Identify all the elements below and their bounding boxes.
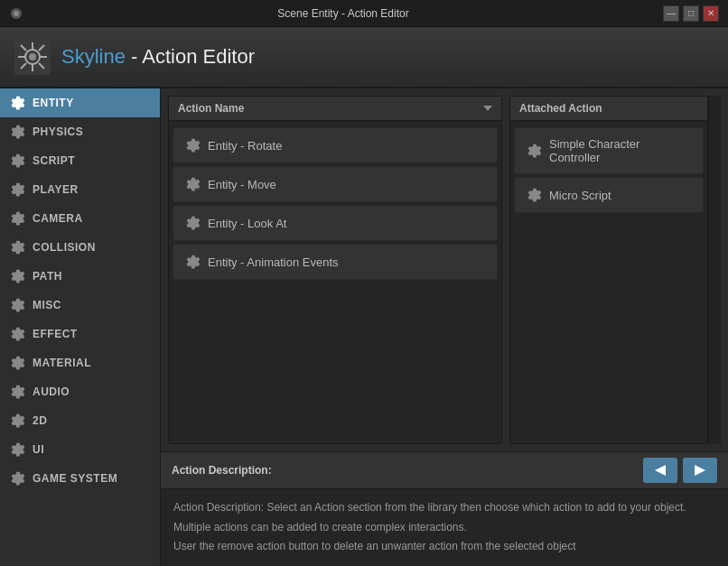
sidebar: ENTITY PHYSICS SCRIPT PLAYER CAMERA COLL… xyxy=(0,88,161,566)
action-panels: Action Name Entity - Rotate Entity - Mov… xyxy=(161,88,728,451)
action-name-panel-header: Action Name xyxy=(169,97,501,121)
header-subtitle: - Action Editor xyxy=(126,45,255,68)
sidebar-item-label: ENTITY xyxy=(33,97,74,109)
sidebar-item-label: MISC xyxy=(33,299,61,311)
desc-line: Multiple actions can be added to create … xyxy=(173,518,715,538)
action-desc-label: Action Description: xyxy=(172,464,272,477)
sidebar-item-ui[interactable]: UI xyxy=(0,435,160,464)
sidebar-item-label: EFFECT xyxy=(33,328,78,340)
attached-panel: Attached Action Simple Character Control… xyxy=(509,96,708,444)
sidebar-item-entity[interactable]: ENTITY xyxy=(0,88,160,117)
window-title: Scene Entity - Action Editor xyxy=(23,7,663,20)
arrow-left-icon xyxy=(653,464,667,477)
window-controls: — □ ✕ xyxy=(663,5,719,22)
sidebar-item-label: PLAYER xyxy=(33,183,79,196)
sidebar-item-camera[interactable]: CAMERA xyxy=(0,204,160,233)
app-header: Skyline - Action Editor xyxy=(0,27,728,88)
sidebar-item-misc[interactable]: MISC xyxy=(0,291,160,320)
attached-item-micro-script[interactable]: Micro Script xyxy=(514,177,704,213)
sidebar-item-label: SCRIPT xyxy=(33,154,75,167)
action-item-label: Entity - Rotate xyxy=(208,139,282,153)
arrow-right-icon xyxy=(693,464,707,477)
sidebar-item-effect[interactable]: EFFECT xyxy=(0,320,160,348)
svg-point-1 xyxy=(14,11,19,16)
sidebar-item-label: GAME SYSTEM xyxy=(33,472,117,485)
sidebar-item-label: COLLISION xyxy=(33,241,96,254)
sidebar-item-collision[interactable]: COLLISION xyxy=(0,233,160,262)
arrow-right-button[interactable] xyxy=(683,458,717,483)
sidebar-item-label: CAMERA xyxy=(33,212,83,225)
app-header-title: Skyline - Action Editor xyxy=(61,45,255,69)
svg-marker-6 xyxy=(695,465,705,476)
svg-marker-5 xyxy=(655,465,666,476)
action-item-label: Entity - Look At xyxy=(208,217,286,230)
action-item-entity-move[interactable]: Entity - Move xyxy=(173,166,498,202)
sidebar-item-audio[interactable]: AUDIO xyxy=(0,377,160,406)
panel-dropdown-arrow xyxy=(483,106,492,111)
sidebar-item-player[interactable]: PLAYER xyxy=(0,175,160,204)
app-header-icon xyxy=(14,39,51,75)
bottom-section: Action Description: Action xyxy=(161,451,728,566)
sidebar-item-label: 2D xyxy=(33,414,47,427)
action-desc-text: Action Description: Select an Action sec… xyxy=(161,489,728,566)
sidebar-item-physics[interactable]: PHYSICS xyxy=(0,117,160,146)
right-scrollbar[interactable] xyxy=(708,96,721,444)
sidebar-item-label: PATH xyxy=(33,270,62,283)
sidebar-item-label: AUDIO xyxy=(33,385,70,398)
attached-panel-header: Attached Action xyxy=(510,97,707,121)
action-item-label: Entity - Move xyxy=(208,178,276,191)
sidebar-item-label: UI xyxy=(33,443,44,456)
sidebar-item-label: MATERIAL xyxy=(33,357,91,369)
desc-line: Action Description: Select an Action sec… xyxy=(173,498,715,518)
svg-point-4 xyxy=(29,53,36,60)
close-button[interactable]: ✕ xyxy=(703,5,719,22)
action-name-panel: Action Name Entity - Rotate Entity - Mov… xyxy=(168,96,502,444)
attached-item-label: Micro Script xyxy=(549,189,611,202)
attached-item-label: Simple Character Controller xyxy=(549,137,692,164)
app-icon xyxy=(9,6,23,21)
action-list: Entity - Rotate Entity - Move Entity - L… xyxy=(169,121,501,443)
sidebar-item-material[interactable]: MATERIAL xyxy=(0,348,160,377)
action-item-label: Entity - Animation Events xyxy=(208,255,339,269)
minimize-button[interactable]: — xyxy=(663,5,679,22)
sidebar-item-label: PHYSICS xyxy=(33,125,83,138)
attached-item-simple-character-controller[interactable]: Simple Character Controller xyxy=(514,127,704,174)
maximize-button[interactable]: □ xyxy=(683,5,699,22)
sidebar-item-script[interactable]: SCRIPT xyxy=(0,146,160,175)
main-layout: ENTITY PHYSICS SCRIPT PLAYER CAMERA COLL… xyxy=(0,88,728,566)
title-bar: Scene Entity - Action Editor — □ ✕ xyxy=(0,0,728,27)
attached-list: Simple Character Controller Micro Script xyxy=(510,121,707,443)
sidebar-item-path[interactable]: PATH xyxy=(0,262,160,291)
header-brand: Skyline xyxy=(61,45,126,68)
action-desc-bar: Action Description: xyxy=(161,452,728,489)
action-item-entity-rotate[interactable]: Entity - Rotate xyxy=(173,127,498,163)
arrow-left-button[interactable] xyxy=(643,458,677,483)
action-item-entity-look-at[interactable]: Entity - Look At xyxy=(173,205,498,241)
sidebar-item-game-system[interactable]: GAME SYSTEM xyxy=(0,464,160,493)
sidebar-item-2d[interactable]: 2D xyxy=(0,406,160,435)
content-area: Action Name Entity - Rotate Entity - Mov… xyxy=(161,88,728,566)
desc-line: User the remove action button to delete … xyxy=(173,537,715,557)
action-item-entity-anim-events[interactable]: Entity - Animation Events xyxy=(173,244,498,280)
arrow-buttons xyxy=(643,458,717,483)
